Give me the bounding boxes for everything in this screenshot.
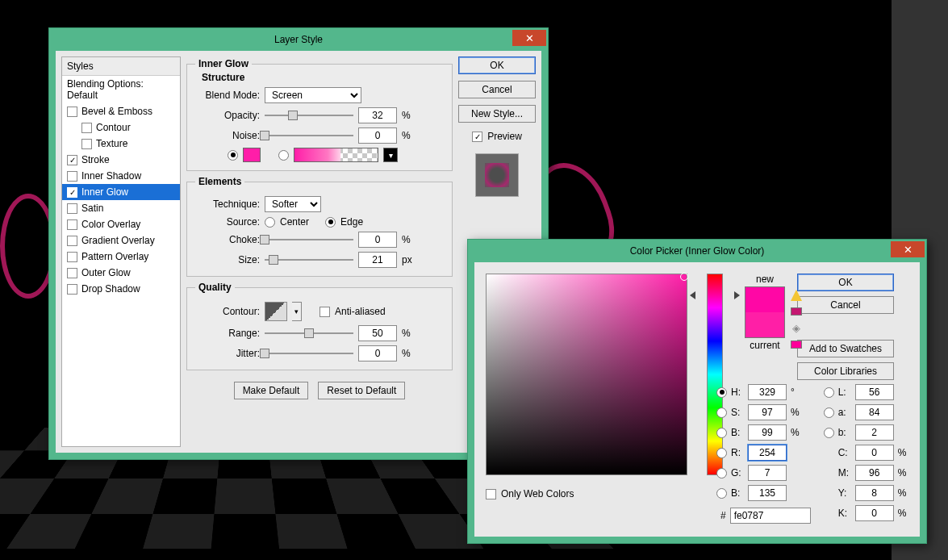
color-libraries-button[interactable]: Color Libraries xyxy=(797,362,894,380)
style-item-color-overlay[interactable]: Color Overlay xyxy=(62,216,180,232)
chevron-down-icon[interactable]: ▾ xyxy=(292,302,302,321)
style-item-inner-glow[interactable]: Inner Glow xyxy=(62,184,180,200)
k-input[interactable] xyxy=(855,505,894,521)
h-radio[interactable] xyxy=(716,387,727,398)
bb-radio[interactable] xyxy=(716,488,727,499)
style-item-texture[interactable]: Texture xyxy=(62,136,180,152)
size-slider[interactable] xyxy=(265,255,353,265)
glow-gradient-bar[interactable] xyxy=(294,148,378,162)
size-input[interactable] xyxy=(358,252,397,268)
gamut-warning-icon[interactable] xyxy=(791,290,802,301)
a-radio[interactable] xyxy=(824,407,834,418)
technique-select[interactable]: Softer xyxy=(265,196,321,212)
noise-slider[interactable] xyxy=(265,131,353,140)
anti-aliased-checkbox[interactable] xyxy=(319,307,330,317)
r-input[interactable] xyxy=(748,445,787,461)
range-slider[interactable] xyxy=(265,328,353,338)
checkbox[interactable] xyxy=(67,203,77,214)
source-edge-radio[interactable] xyxy=(325,217,336,228)
choke-slider[interactable] xyxy=(265,235,353,244)
style-item-pattern-overlay[interactable]: Pattern Overlay xyxy=(62,249,180,265)
websafe-swatch[interactable] xyxy=(791,341,802,349)
style-item-contour[interactable]: Contour xyxy=(62,119,180,136)
m-input[interactable] xyxy=(855,465,894,481)
bv-radio[interactable] xyxy=(716,428,727,438)
cancel-button[interactable]: Cancel xyxy=(797,296,894,314)
style-item-outer-glow[interactable]: Outer Glow xyxy=(62,265,180,281)
contour-swatch[interactable] xyxy=(265,302,287,321)
c-input[interactable] xyxy=(855,445,894,461)
current-label: current xyxy=(742,340,787,351)
opacity-slider[interactable] xyxy=(265,111,353,120)
opacity-input[interactable] xyxy=(358,107,397,123)
checkbox[interactable] xyxy=(81,123,92,133)
only-web-colors-checkbox[interactable] xyxy=(486,489,496,499)
style-item-drop-shadow[interactable]: Drop Shadow xyxy=(62,281,180,297)
layer-style-titlebar[interactable]: Layer Style ✕ xyxy=(49,28,548,51)
jitter-input[interactable] xyxy=(358,345,397,361)
s-input[interactable] xyxy=(748,404,787,420)
blend-mode-select[interactable]: Screen xyxy=(265,87,361,103)
style-item-gradient-overlay[interactable]: Gradient Overlay xyxy=(62,232,180,249)
gamut-swatch[interactable] xyxy=(791,307,802,316)
add-to-swatches-button[interactable]: Add to Swatches xyxy=(797,340,894,357)
style-item-bevel[interactable]: Bevel & Emboss xyxy=(62,103,180,119)
a-input[interactable] xyxy=(855,404,894,420)
new-style-button[interactable]: New Style... xyxy=(458,105,536,123)
choke-input[interactable] xyxy=(358,232,397,248)
checkbox[interactable] xyxy=(67,187,77,198)
make-default-button[interactable]: Make Default xyxy=(234,382,309,399)
reset-default-button[interactable]: Reset to Default xyxy=(318,382,405,399)
blending-options-item[interactable]: Blending Options: Default xyxy=(62,76,180,103)
style-item-stroke[interactable]: Stroke xyxy=(62,152,180,168)
l-input[interactable] xyxy=(855,384,894,400)
hex-input[interactable] xyxy=(730,508,811,524)
checkbox[interactable] xyxy=(67,268,77,278)
source-center-radio[interactable] xyxy=(265,217,275,228)
color-compare-swatch[interactable] xyxy=(745,286,785,338)
checkbox[interactable] xyxy=(67,107,77,117)
r-radio[interactable] xyxy=(716,448,727,458)
cube-icon[interactable]: ◈ xyxy=(792,322,800,334)
checkbox[interactable] xyxy=(67,155,77,165)
g-input[interactable] xyxy=(748,465,787,481)
g-radio[interactable] xyxy=(716,468,727,479)
preview-checkbox[interactable] xyxy=(472,132,482,142)
checkbox[interactable] xyxy=(81,139,92,149)
s-radio[interactable] xyxy=(716,407,727,418)
close-icon[interactable]: ✕ xyxy=(512,30,546,46)
l-radio[interactable] xyxy=(824,387,834,398)
bv-input[interactable] xyxy=(748,424,787,441)
unit-label: % xyxy=(402,130,420,141)
checkbox[interactable] xyxy=(67,171,77,182)
b-radio[interactable] xyxy=(824,428,834,438)
bb-input[interactable] xyxy=(748,485,787,501)
glow-color-radio[interactable] xyxy=(228,150,238,161)
saturation-value-picker[interactable] xyxy=(486,274,687,475)
checkbox[interactable] xyxy=(67,252,77,262)
contour-label: Contour: xyxy=(195,306,260,317)
noise-input[interactable] xyxy=(358,127,397,144)
close-icon[interactable]: ✕ xyxy=(891,241,925,257)
h-input[interactable] xyxy=(748,384,787,400)
quality-legend: Quality xyxy=(195,282,235,293)
styles-header[interactable]: Styles xyxy=(62,57,180,76)
range-input[interactable] xyxy=(358,325,397,341)
style-item-inner-shadow[interactable]: Inner Shadow xyxy=(62,168,180,184)
cancel-button[interactable]: Cancel xyxy=(458,81,536,98)
chevron-down-icon[interactable]: ▾ xyxy=(383,148,398,162)
checkbox[interactable] xyxy=(67,219,77,230)
y-input[interactable] xyxy=(855,485,894,501)
glow-color-swatch[interactable] xyxy=(243,148,261,162)
technique-label: Technique: xyxy=(195,199,260,210)
color-picker-titlebar[interactable]: Color Picker (Inner Glow Color) ✕ xyxy=(468,240,926,262)
opacity-label: Opacity: xyxy=(195,110,260,121)
ok-button[interactable]: OK xyxy=(797,274,894,291)
style-item-satin[interactable]: Satin xyxy=(62,200,180,216)
b-input[interactable] xyxy=(855,424,894,441)
checkbox[interactable] xyxy=(67,284,77,295)
checkbox[interactable] xyxy=(67,236,77,246)
glow-gradient-radio[interactable] xyxy=(278,150,289,161)
ok-button[interactable]: OK xyxy=(458,56,536,74)
jitter-slider[interactable] xyxy=(265,349,353,358)
